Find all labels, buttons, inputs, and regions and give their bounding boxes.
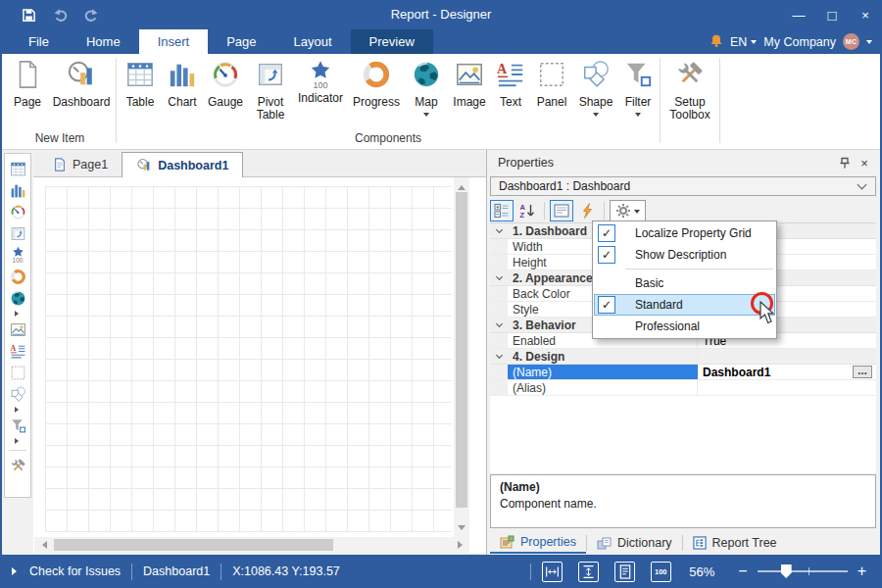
insert-table-button[interactable]: Table bbox=[119, 59, 162, 110]
insert-progress-button[interactable]: Progress bbox=[348, 59, 405, 110]
insert-map-button[interactable]: Map bbox=[405, 59, 448, 121]
toolbox-panel-icon[interactable] bbox=[10, 362, 26, 383]
tab-file[interactable]: File bbox=[10, 29, 68, 54]
horizontal-scrollbar[interactable] bbox=[34, 537, 469, 553]
undo-icon[interactable] bbox=[51, 7, 69, 23]
dashboard-grid-surface[interactable] bbox=[45, 186, 452, 532]
doc-tab-dashboard1[interactable]: Dashboard1 bbox=[122, 152, 243, 177]
account-area: EN My Company MC bbox=[710, 29, 872, 54]
scroll-up-button[interactable] bbox=[454, 177, 469, 193]
doc-tab-page1[interactable]: Page1 bbox=[39, 152, 122, 176]
whole-page-icon[interactable] bbox=[614, 562, 635, 582]
vertical-scrollbar[interactable] bbox=[454, 177, 469, 537]
vertical-scroll-thumb[interactable] bbox=[456, 192, 467, 508]
gear-dropdown-icon bbox=[634, 210, 640, 217]
zoom-100-icon[interactable]: 100 bbox=[651, 562, 671, 582]
settings-gear-button[interactable] bbox=[610, 200, 646, 221]
toolbox-filter-expand-icon[interactable] bbox=[15, 436, 22, 446]
toolbox-image-icon[interactable] bbox=[10, 318, 26, 340]
new-dashboard-button[interactable]: Dashboard bbox=[49, 59, 114, 110]
tab-report-tree[interactable]: Report Tree bbox=[683, 532, 787, 554]
panel-close-icon[interactable]: × bbox=[857, 155, 872, 171]
menu-item-professional[interactable]: Professional bbox=[594, 316, 775, 337]
map-dropdown-icon[interactable] bbox=[423, 113, 429, 120]
insert-pivot-table-button[interactable]: Pivot Table bbox=[248, 59, 293, 122]
avatar[interactable]: MC bbox=[843, 33, 859, 50]
pin-icon[interactable] bbox=[837, 155, 853, 171]
insert-indicator-button[interactable]: 100 Indicator bbox=[293, 59, 348, 106]
maximize-button[interactable]: □ bbox=[815, 0, 849, 29]
fit-page-width-icon[interactable] bbox=[542, 562, 563, 582]
tab-dictionary[interactable]: Dictionary bbox=[587, 532, 682, 554]
toolbox-map-icon[interactable] bbox=[10, 287, 26, 309]
insert-text-button[interactable]: Text bbox=[491, 59, 530, 110]
toolbox-setup-icon[interactable] bbox=[10, 455, 26, 476]
insert-gauge-button[interactable]: Gauge bbox=[203, 59, 248, 110]
categorized-view-button[interactable] bbox=[490, 200, 514, 221]
minimize-button[interactable]: — bbox=[782, 0, 815, 29]
scroll-down-button[interactable] bbox=[454, 521, 469, 537]
tab-properties[interactable]: Properties bbox=[490, 532, 586, 554]
save-icon[interactable] bbox=[20, 7, 37, 23]
tab-insert[interactable]: Insert bbox=[139, 29, 209, 54]
menu-item-localize[interactable]: ✓ Localize Property Grid bbox=[594, 222, 775, 244]
zoom-slider[interactable] bbox=[758, 564, 848, 578]
panel-tab-bar: Properties Dictionary Report Tree bbox=[490, 532, 876, 554]
insert-filter-button[interactable]: Filter bbox=[618, 59, 658, 121]
events-button[interactable] bbox=[575, 200, 599, 221]
insert-panel-button[interactable]: Panel bbox=[530, 59, 573, 110]
insert-chart-button[interactable]: Chart bbox=[162, 59, 203, 110]
toolbox-text-icon[interactable] bbox=[10, 340, 26, 362]
toolbox-gauge-icon[interactable] bbox=[10, 201, 26, 222]
horizontal-scroll-thumb[interactable] bbox=[54, 539, 333, 551]
designer-window: A Report - Designer — □ × bbox=[0, 0, 882, 588]
toolbox-shape-expand-icon[interactable] bbox=[15, 405, 22, 415]
property-row[interactable]: (Alias) bbox=[490, 380, 876, 396]
shape-dropdown-icon[interactable] bbox=[593, 113, 599, 120]
toolbox-indicator-icon[interactable]: 100 bbox=[12, 244, 24, 266]
new-page-button[interactable]: Page bbox=[6, 59, 49, 110]
toolbox-shape-icon[interactable] bbox=[10, 383, 26, 405]
zoom-in-button[interactable]: + bbox=[858, 564, 866, 579]
alphabetical-sort-button[interactable]: AZ bbox=[515, 200, 539, 221]
toolbox-filter-icon[interactable] bbox=[10, 415, 26, 436]
tab-home[interactable]: Home bbox=[68, 29, 139, 54]
menu-item-show-description[interactable]: ✓ Show Description bbox=[594, 244, 775, 266]
toolbox-pivot-table-icon[interactable] bbox=[10, 222, 26, 244]
toolbox-chart-icon[interactable] bbox=[10, 179, 26, 201]
scroll-right-button[interactable] bbox=[454, 537, 469, 553]
tab-page[interactable]: Page bbox=[208, 29, 274, 54]
filter-dropdown-icon[interactable] bbox=[635, 113, 641, 120]
property-row-name-selected[interactable]: (Name)Dashboard1… bbox=[490, 365, 876, 380]
check-for-issues-button[interactable]: Check for Issues bbox=[12, 564, 121, 578]
company-name[interactable]: My Company bbox=[763, 35, 836, 49]
page-icon bbox=[13, 60, 42, 89]
redo-icon[interactable] bbox=[82, 7, 100, 23]
bell-icon[interactable] bbox=[710, 33, 723, 51]
zoom-out-button[interactable]: − bbox=[738, 564, 747, 579]
fit-page-height-icon[interactable] bbox=[578, 562, 599, 582]
show-description-button[interactable] bbox=[550, 200, 573, 221]
ellipsis-button[interactable]: … bbox=[853, 366, 872, 378]
design-canvas[interactable] bbox=[33, 177, 486, 553]
svg-text:100: 100 bbox=[655, 567, 667, 576]
insert-image-button[interactable]: Image bbox=[448, 59, 491, 110]
account-chevron-down-icon[interactable] bbox=[866, 40, 872, 47]
tab-layout[interactable]: Layout bbox=[275, 29, 351, 54]
toolbox-map-expand-icon[interactable] bbox=[15, 309, 22, 318]
close-button[interactable]: × bbox=[849, 0, 882, 29]
zoom-slider-thumb[interactable] bbox=[781, 564, 792, 578]
quick-access-toolbar bbox=[20, 7, 100, 23]
object-selector-dropdown[interactable]: Dashboard1 : Dashboard bbox=[490, 176, 876, 196]
language-selector[interactable]: EN bbox=[730, 35, 757, 49]
scroll-left-button[interactable] bbox=[34, 537, 50, 553]
insert-shape-button[interactable]: Shape bbox=[573, 59, 618, 121]
setup-toolbox-button[interactable]: Setup Toolbox bbox=[662, 59, 717, 122]
toolbox-progress-icon[interactable] bbox=[10, 266, 26, 287]
menu-item-basic[interactable]: Basic bbox=[594, 272, 775, 294]
settings-dropdown-menu: ✓ Localize Property Grid ✓ Show Descript… bbox=[592, 220, 777, 339]
category-row[interactable]: 4. Design bbox=[490, 349, 876, 365]
tab-preview[interactable]: Preview bbox=[351, 29, 433, 54]
menu-item-standard[interactable]: ✓ Standard bbox=[594, 294, 775, 316]
toolbox-table-icon[interactable] bbox=[10, 158, 26, 179]
